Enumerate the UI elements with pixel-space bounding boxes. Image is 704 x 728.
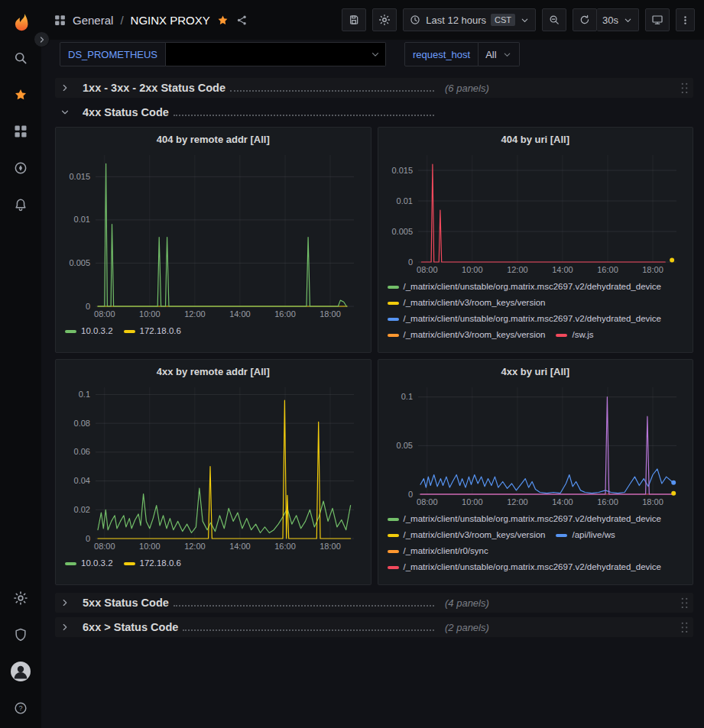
svg-text:0.04: 0.04 [74, 476, 90, 485]
sidebar-item-explore[interactable] [0, 150, 41, 186]
share-icon[interactable] [235, 14, 248, 27]
panel-title[interactable]: 4xx by remote addr [All] [63, 363, 363, 381]
datasource-variable-dropdown[interactable] [166, 42, 386, 66]
avatar [11, 662, 31, 681]
drag-handle[interactable] [680, 621, 689, 634]
svg-text:0.08: 0.08 [74, 419, 90, 428]
grafana-logo[interactable] [9, 6, 32, 40]
svg-text:0.015: 0.015 [391, 166, 413, 175]
legend-item[interactable]: /_matrix/client/unstable/org.matrix.msc2… [388, 511, 662, 527]
monitor-icon [651, 14, 663, 26]
svg-text:0: 0 [86, 534, 90, 543]
datasource-variable: DS_PROMETHEUS [60, 42, 386, 66]
dashboard-title[interactable]: NGINX PROXY [131, 14, 210, 27]
panel-title[interactable]: 4xx by uri [All] [386, 363, 686, 381]
panel-4xx-by-uri: 4xx by uri [All] 00.050.108:0010:0012:00… [378, 359, 694, 585]
kebab-icon [680, 15, 691, 26]
row-title: 4xx Status Code [83, 106, 169, 118]
legend-series-marker [556, 334, 567, 337]
legend-item[interactable]: /_matrix/client/unstable/org.matrix.msc2… [388, 559, 662, 575]
refresh-interval-dropdown[interactable]: 30s [597, 8, 639, 31]
row-1xx-3xx-2xx[interactable]: 1xx - 3xx - 2xx Status Code (6 panels) [55, 78, 693, 98]
panel-title[interactable]: 404 by uri [All] [386, 131, 686, 149]
time-series-chart[interactable]: 00.0050.010.01508:0010:0012:0014:0016:00… [63, 149, 363, 320]
save-icon [348, 14, 360, 26]
refresh-button[interactable] [573, 8, 597, 31]
svg-text:0.01: 0.01 [74, 215, 90, 224]
variables-bar: DS_PROMETHEUS request_host All [41, 40, 704, 69]
legend-item[interactable]: 172.18.0.6 [124, 323, 181, 339]
favorite-star-icon[interactable] [216, 14, 229, 27]
main-area: General / NGINX PROXY [41, 0, 704, 728]
sidebar-item-starred[interactable] [0, 76, 41, 113]
legend-item[interactable]: /_matrix/client/unstable/org.matrix.msc2… [388, 279, 662, 295]
legend-series-marker [388, 286, 399, 289]
sidebar-item-help[interactable]: ? [0, 690, 41, 726]
panel-404-by-uri: 404 by uri [All] 00.0050.010.01508:0010:… [378, 127, 694, 353]
more-options-button[interactable] [676, 8, 695, 31]
request-host-variable-dropdown[interactable]: All [479, 42, 519, 66]
svg-text:0.06: 0.06 [74, 447, 90, 456]
legend-item[interactable]: 172.18.0.6 [124, 555, 181, 571]
zoom-out-icon [548, 14, 560, 26]
legend-series-marker [388, 318, 399, 321]
time-range-picker[interactable]: Last 12 hours CST [403, 8, 536, 31]
refresh-interval-label: 30s [602, 15, 618, 26]
legend-series-marker [65, 562, 76, 565]
legend-item[interactable]: 10.0.3.2 [65, 323, 113, 339]
chevron-right-icon [60, 83, 70, 93]
sidebar-item-configuration[interactable] [0, 580, 41, 616]
sidebar-item-server-admin[interactable] [0, 616, 41, 653]
svg-text:0.005: 0.005 [69, 258, 90, 267]
sidebar-item-alerting[interactable] [0, 186, 41, 223]
legend-item[interactable]: /_matrix/client/v3/room_keys/version [388, 327, 546, 343]
legend-item[interactable]: /_matrix/client/r0/sync [388, 543, 488, 559]
row-title: 5xx Status Code [83, 597, 169, 609]
legend-series-label: /_matrix/client/v3/room_keys/version [404, 527, 546, 543]
svg-text:0.01: 0.01 [396, 196, 412, 205]
row-4xx[interactable]: 4xx Status Code [55, 102, 693, 122]
dashboard-settings-button[interactable] [372, 8, 397, 31]
sidebar-expand-button[interactable] [34, 31, 50, 47]
save-dashboard-button[interactable] [342, 8, 366, 31]
chevron-down-icon [623, 15, 633, 25]
legend-item[interactable]: 10.0.3.2 [65, 555, 113, 571]
zoom-out-button[interactable] [542, 8, 566, 31]
svg-text:14:00: 14:00 [552, 265, 573, 274]
time-series-chart[interactable]: 00.050.108:0010:0012:0014:0016:0018:00 [386, 381, 686, 508]
chart-svg: 00.0050.010.01508:0010:0012:0014:0016:00… [386, 149, 686, 276]
panel-title[interactable]: 404 by remote addr [All] [63, 131, 363, 149]
shield-icon [13, 627, 28, 642]
drag-handle[interactable] [680, 597, 689, 610]
time-series-chart[interactable]: 00.020.040.060.080.108:0010:0012:0014:00… [63, 381, 363, 552]
row-title-block: 4xx Status Code [76, 106, 439, 118]
row-title-block: 1xx - 3xx - 2xx Status Code [76, 82, 439, 94]
legend-item[interactable]: /_matrix/client/v3/room_keys/version [388, 295, 546, 311]
row-dotted-leader [183, 629, 434, 631]
sidebar-bottom: ? [0, 580, 41, 728]
legend-item[interactable]: /sw.js [556, 327, 593, 343]
row-5xx[interactable]: 5xx Status Code (4 panels) [55, 593, 693, 613]
svg-text:0.1: 0.1 [401, 392, 412, 401]
breadcrumb: General / NGINX PROXY [73, 14, 210, 27]
legend-series-marker [388, 302, 399, 305]
refresh-icon [579, 14, 591, 26]
legend-item[interactable]: /api/live/ws [556, 527, 615, 543]
svg-text:16:00: 16:00 [274, 542, 296, 551]
sidebar: ? [0, 0, 41, 728]
sidebar-item-dashboards[interactable] [0, 113, 41, 150]
row-6xx[interactable]: 6xx > Status Code (2 panels) [55, 617, 693, 637]
breadcrumb-folder[interactable]: General [73, 14, 113, 27]
legend-item[interactable]: /_matrix/client/v3/room_keys/version [388, 527, 546, 543]
time-series-chart[interactable]: 00.0050.010.01508:0010:0012:0014:0016:00… [386, 149, 686, 276]
drag-handle[interactable] [680, 82, 689, 95]
time-range-label: Last 12 hours [426, 15, 486, 26]
legend-item[interactable]: /_matrix/client/unstable/org.matrix.msc2… [388, 311, 662, 327]
sidebar-item-profile[interactable] [0, 653, 41, 690]
cycle-view-mode-button[interactable] [645, 8, 670, 31]
topbar-actions: Last 12 hours CST [342, 8, 695, 31]
panel-grid: 404 by remote addr [All] 00.0050.010.015… [55, 127, 693, 585]
sidebar-item-search[interactable] [0, 40, 41, 76]
legend-series-marker [124, 562, 135, 565]
legend-series-marker [556, 534, 567, 537]
